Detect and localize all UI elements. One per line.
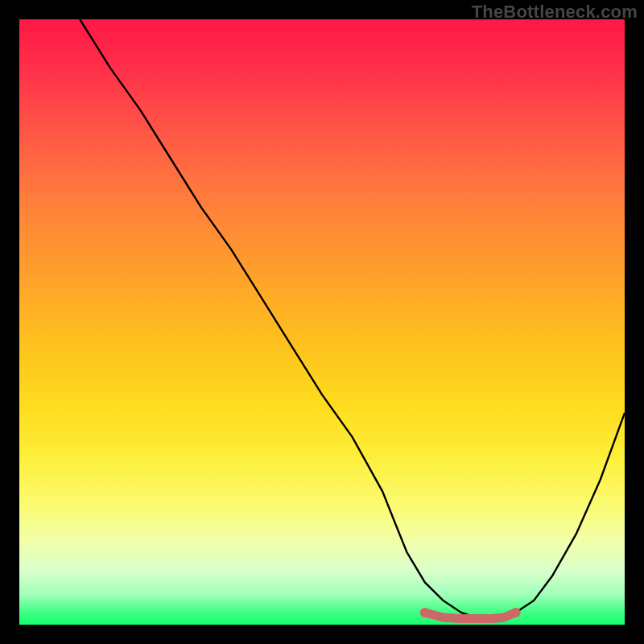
optimal-zone-highlight	[425, 613, 516, 619]
bottleneck-curve	[80, 19, 625, 619]
curve-layer	[19, 19, 625, 625]
highlight-end-left	[420, 608, 430, 617]
plot-area	[19, 19, 625, 625]
highlight-end-right	[511, 608, 521, 617]
chart-frame: TheBottleneck.com	[0, 0, 644, 644]
